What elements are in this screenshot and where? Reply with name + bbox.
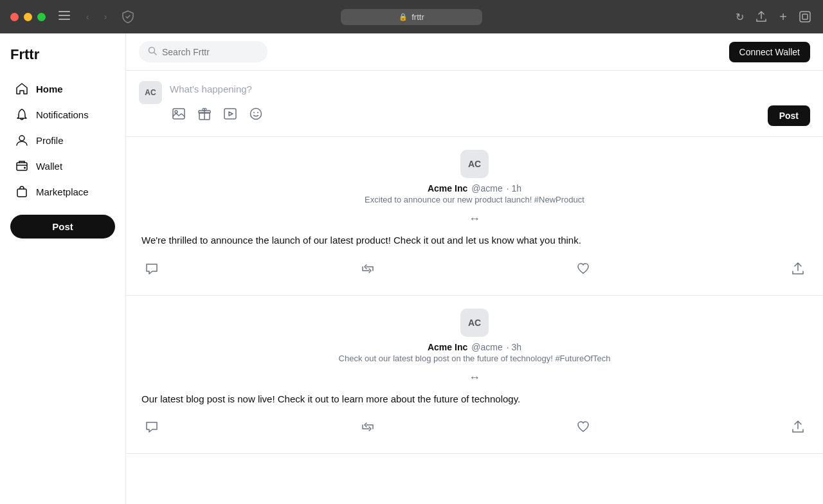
share-button-1[interactable] bbox=[788, 258, 808, 282]
post-author-handle-1: @acme bbox=[471, 183, 502, 194]
post-actions-1 bbox=[139, 258, 810, 282]
post-meta-1: Acme Inc @acme · 1h bbox=[428, 183, 521, 194]
like-button-1[interactable] bbox=[573, 258, 593, 282]
repost-button-1[interactable] bbox=[357, 258, 379, 282]
close-button[interactable] bbox=[10, 13, 19, 21]
svg-point-15 bbox=[251, 109, 262, 120]
post-sidebar-button[interactable]: Post bbox=[10, 215, 115, 239]
sidebar-item-profile[interactable]: Profile bbox=[5, 127, 120, 153]
compose-placeholder[interactable]: What's happening? bbox=[170, 81, 810, 105]
comment-button-1[interactable] bbox=[141, 258, 162, 282]
svg-point-17 bbox=[257, 112, 258, 113]
post-author-name-2: Acme Inc bbox=[428, 342, 467, 352]
post-actions-2 bbox=[139, 417, 810, 440]
post-card-2: AC Acme Inc @acme · 3h Check out our lat… bbox=[126, 296, 823, 455]
sidebar-item-profile-label: Profile bbox=[36, 135, 64, 146]
post-header-1: AC Acme Inc @acme · 1h Excited to announ… bbox=[139, 150, 810, 204]
sidebar-item-marketplace-label: Marketplace bbox=[36, 186, 89, 197]
address-text: frttr bbox=[412, 12, 424, 22]
new-tab-button[interactable]: + bbox=[775, 9, 791, 24]
back-arrow[interactable]: ‹ bbox=[80, 10, 95, 24]
post-submit-button[interactable]: Post bbox=[768, 105, 810, 126]
refresh-button[interactable]: ↻ bbox=[732, 9, 747, 24]
search-input[interactable] bbox=[162, 47, 258, 57]
sidebar-item-notifications-label: Notifications bbox=[36, 109, 89, 120]
svg-rect-2 bbox=[59, 19, 70, 20]
home-icon bbox=[15, 82, 28, 95]
bag-icon bbox=[15, 185, 28, 198]
share-button-2[interactable] bbox=[788, 417, 808, 440]
post-preview-1: Excited to announce our new product laun… bbox=[365, 195, 584, 204]
comment-button-2[interactable] bbox=[141, 417, 162, 440]
post-header-2: AC Acme Inc @acme · 3h Check out our lat… bbox=[139, 309, 810, 363]
share-button[interactable] bbox=[754, 9, 769, 24]
post-meta-2: Acme Inc @acme · 3h bbox=[428, 342, 521, 352]
minimize-button[interactable] bbox=[24, 13, 32, 21]
address-bar[interactable]: 🔒 frttr bbox=[341, 9, 482, 25]
svg-rect-4 bbox=[802, 14, 808, 19]
post-preview-2: Check out our latest blog post on the fu… bbox=[339, 354, 611, 363]
sidebar-toggle-icon[interactable] bbox=[59, 11, 70, 22]
post-author-name-1: Acme Inc bbox=[428, 183, 467, 194]
top-bar: Connect Wallet bbox=[126, 33, 823, 71]
sidebar-item-wallet-label: Wallet bbox=[36, 161, 62, 172]
app-container: Frttr Home Notifications bbox=[0, 33, 823, 504]
connect-wallet-button[interactable]: Connect Wallet bbox=[729, 42, 810, 62]
compose-gift-button[interactable] bbox=[195, 105, 213, 126]
like-button-2[interactable] bbox=[573, 417, 593, 440]
person-icon bbox=[15, 134, 28, 147]
post-avatar-2: AC bbox=[460, 309, 489, 337]
svg-rect-0 bbox=[59, 11, 70, 12]
svg-point-7 bbox=[24, 167, 26, 169]
maximize-button[interactable] bbox=[37, 13, 46, 21]
expand-icon-2[interactable]: ↔ bbox=[139, 371, 810, 384]
svg-rect-8 bbox=[17, 189, 26, 197]
lock-icon: 🔒 bbox=[399, 13, 408, 21]
app-logo: Frttr bbox=[0, 44, 125, 76]
traffic-lights bbox=[10, 13, 46, 21]
compose-avatar: AC bbox=[139, 81, 162, 104]
browser-actions: ↻ + bbox=[732, 9, 813, 24]
sidebar-item-marketplace[interactable]: Marketplace bbox=[5, 179, 120, 204]
svg-rect-3 bbox=[800, 12, 810, 22]
browser-chrome: ‹ › 🔒 frttr ↻ + bbox=[0, 0, 823, 33]
wallet-icon bbox=[15, 159, 28, 172]
sidebar-item-wallet[interactable]: Wallet bbox=[5, 153, 120, 179]
svg-rect-14 bbox=[224, 109, 236, 119]
search-bar[interactable] bbox=[139, 41, 267, 62]
sidebar-item-home-label: Home bbox=[36, 84, 63, 94]
svg-point-9 bbox=[149, 48, 155, 53]
post-content-1: We're thrilled to announce the launch of… bbox=[139, 233, 810, 248]
sidebar-item-home[interactable]: Home bbox=[5, 76, 120, 102]
tabs-button[interactable] bbox=[797, 9, 813, 24]
main-content: Connect Wallet AC What's happening? bbox=[126, 33, 823, 504]
repost-button-2[interactable] bbox=[357, 417, 379, 440]
post-content-2: Our latest blog post is now live! Check … bbox=[139, 392, 810, 407]
sidebar-item-notifications[interactable]: Notifications bbox=[5, 102, 120, 127]
post-author-handle-2: @acme bbox=[471, 342, 502, 352]
compose-actions: Post bbox=[170, 105, 810, 126]
svg-rect-1 bbox=[59, 15, 70, 16]
bell-icon bbox=[15, 108, 28, 121]
svg-rect-10 bbox=[173, 109, 185, 119]
svg-point-16 bbox=[253, 112, 255, 113]
compose-image-button[interactable] bbox=[170, 105, 188, 125]
expand-icon-1[interactable]: ↔ bbox=[139, 212, 810, 226]
compose-area: AC What's happening? bbox=[126, 71, 823, 137]
forward-arrow[interactable]: › bbox=[98, 10, 113, 24]
post-avatar-1: AC bbox=[460, 150, 489, 178]
compose-right: What's happening? bbox=[170, 81, 810, 126]
svg-point-5 bbox=[19, 136, 24, 141]
post-time-2: · 3h bbox=[507, 342, 521, 352]
post-time-1: · 1h bbox=[507, 183, 521, 194]
svg-rect-6 bbox=[17, 163, 27, 170]
shield-icon bbox=[120, 9, 136, 24]
search-icon bbox=[148, 46, 157, 57]
sidebar: Frttr Home Notifications bbox=[0, 33, 126, 504]
nav-arrows: ‹ › bbox=[80, 10, 113, 24]
compose-media-button[interactable] bbox=[221, 105, 239, 125]
compose-emoji-button[interactable] bbox=[247, 105, 265, 126]
post-card: AC Acme Inc @acme · 1h Excited to announ… bbox=[126, 137, 823, 296]
